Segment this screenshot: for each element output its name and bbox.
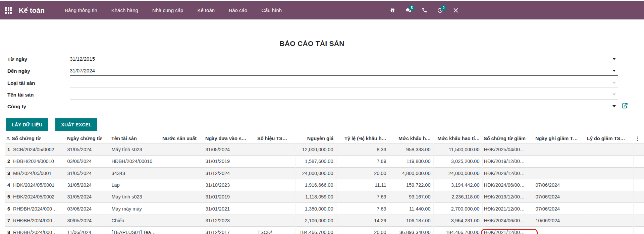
cell-options [633, 179, 644, 191]
cell-start_date: 31/05/2024 [204, 144, 256, 156]
table-row[interactable]: 4HĐK/2024/05/000131/05/2024Lap31/10/2023… [5, 179, 644, 191]
table-row[interactable]: 7RHĐBH/2024/000…30/05/2024Chiếu31/12/202… [5, 215, 644, 226]
doc-number: RHĐBH/2024/000… [13, 206, 57, 212]
cell-reason [586, 179, 633, 191]
nav-item-3[interactable]: Nhà cung cấp [152, 7, 183, 13]
cell-dec_date: 07/06/2024 [534, 179, 586, 191]
nav-item-6[interactable]: Cấu hình [261, 7, 282, 13]
doc-number: RHĐBH/2024/000… [13, 230, 57, 234]
cell-rate: 20.00 [336, 167, 389, 179]
table-row[interactable]: 3MB/2024/05/000131/05/20243434331/12/202… [5, 167, 644, 179]
column-header[interactable]: Tỷ lệ (%) khấu h… [336, 133, 389, 144]
column-header[interactable]: Mức khấu hao tí… [433, 133, 482, 144]
cell-country [161, 167, 204, 179]
cell-doc_date: 30/05/2024 [66, 215, 110, 226]
phone-icon[interactable] [422, 7, 427, 13]
cell-start_date: 31/01/2019 [204, 191, 256, 203]
column-header[interactable]: Lý do giảm TS… [586, 133, 633, 144]
column-header[interactable]: Ngày đưa vào s… [204, 133, 256, 144]
cell-reason [586, 215, 633, 226]
cell-doc: 4HĐK/2024/05/0001 [5, 179, 66, 191]
column-header[interactable]: Ngày ghi giảm T… [534, 133, 586, 144]
cell-dec_doc: HĐK/2024/06/00… [482, 179, 534, 191]
cell-dec_date: 07/06/2024 [534, 203, 586, 215]
cell-asset: Máy tính s023 [110, 191, 161, 203]
cell-options [633, 167, 644, 179]
cell-dep_total: 2,236,118.00 [433, 191, 482, 203]
apps-grid-icon[interactable] [5, 7, 12, 14]
row-number: 8 [7, 230, 10, 234]
doc-number: MB/2024/05/0001 [13, 171, 51, 176]
cell-dec_date [534, 144, 586, 156]
cell-dep_total: 24,000,000.00 [433, 167, 482, 179]
row-number: 6 [7, 206, 10, 212]
nav-item-5[interactable]: Báo cáo [229, 7, 247, 13]
app-name[interactable]: Kế toán [19, 6, 45, 14]
column-header[interactable]: Mức khấu h… [389, 133, 433, 144]
column-options-icon[interactable]: ⋮ [635, 136, 640, 141]
column-header[interactable]: #. Số chứng từ [5, 133, 66, 144]
cell-asset_no [256, 179, 295, 191]
table-row[interactable]: 1SCB/2024/05/000231/05/2024Máy tính s023… [5, 144, 644, 156]
page-title: BÁO CÁO TÀI SẢN [0, 40, 624, 48]
load-data-button[interactable]: LẤY DỮ LIỆU [6, 118, 48, 131]
row-number: 4 [7, 182, 10, 188]
doc-number: SCB/2024/05/0002 [13, 147, 54, 152]
cell-reason [586, 203, 633, 215]
chevron-down-icon [612, 94, 616, 96]
cell-dep_total: 3,025,200.00 [433, 156, 482, 167]
cell-asset: Máy máy máy [110, 203, 161, 215]
table-row[interactable]: 5HĐK/2024/05/000231/05/2024Máy tính s023… [5, 191, 644, 203]
row-number: 1 [7, 147, 10, 152]
row-number: 7 [7, 218, 10, 223]
filter-row: Công ty [0, 102, 644, 112]
cell-dec_date: 07/06/2024 [534, 191, 586, 203]
nav-item-2[interactable]: Khách hàng [111, 7, 138, 13]
filter-field[interactable] [70, 102, 618, 111]
export-excel-button[interactable]: XUẤT EXCEL [55, 118, 97, 131]
cell-cost: 12,000,000.00 [295, 144, 336, 156]
cell-country [161, 191, 204, 203]
table-header-row: #. Số chứng từNgày chứng từTên tài sảnNư… [5, 133, 644, 144]
column-header[interactable]: Nước sản xuất [161, 133, 204, 144]
doc-number: HĐK/2024/05/0002 [13, 194, 54, 199]
filter-value: 31/07/2024 [70, 66, 618, 75]
filter-row: Đến ngày31/07/2024 [0, 66, 644, 76]
bug-icon[interactable] [390, 7, 395, 13]
cell-rate: 11.11 [336, 179, 389, 191]
nav-item-1[interactable]: Bảng thông tin [65, 7, 97, 13]
table-row[interactable]: 8RHĐBH/2024/000…11/06/2024[TEAPLUS01] Te… [5, 227, 644, 234]
activity-badge: 2 [441, 5, 446, 11]
external-link-icon[interactable] [622, 103, 628, 109]
tools-icon[interactable] [453, 7, 459, 13]
activity-clock-icon[interactable]: 2 [437, 7, 443, 13]
column-header[interactable]: Ngày chứng từ [66, 133, 110, 144]
cell-start_date: 31/01/2019 [204, 156, 256, 167]
filter-row: Tên tài sản [0, 90, 644, 100]
nav-item-4[interactable]: Kế toán [197, 7, 215, 13]
cell-asset: Máy tính s023 [110, 144, 161, 156]
column-header[interactable]: Số hiệu TS… [256, 133, 295, 144]
cell-country [161, 227, 204, 234]
column-header[interactable]: Số chứng từ giảm [482, 133, 534, 144]
cell-start_date: 31/01/2021 [204, 203, 256, 215]
filter-field[interactable]: 31/07/2024 [70, 66, 618, 76]
filter-label: Từ ngày [7, 54, 27, 64]
column-header[interactable]: Tên tài sản [110, 133, 161, 144]
cell-asset: [TEAPLUS01] Tea… [110, 227, 161, 234]
cell-options [633, 227, 644, 234]
filter-field[interactable] [70, 78, 618, 88]
messages-badge: 5 [409, 5, 415, 11]
cell-asset: 34343 [110, 167, 161, 179]
filter-field[interactable] [70, 90, 618, 100]
table-row[interactable]: 6RHĐBH/2024/000…03/06/2024Máy máy máy31/… [5, 203, 644, 215]
messages-icon[interactable]: 5 [405, 7, 412, 13]
cell-reason [586, 227, 633, 234]
row-number: 5 [7, 194, 10, 199]
filter-field[interactable]: 31/12/2015 [70, 54, 618, 64]
cell-options [633, 191, 644, 203]
table-row[interactable]: 2HĐBH/2024/0001003/06/2024HĐBH/2024/0001… [5, 156, 644, 167]
column-header[interactable]: Nguyên giá [295, 133, 336, 144]
cell-dec_date: 10/06/2024 [534, 215, 586, 226]
cell-doc: 3MB/2024/05/0001 [5, 167, 66, 179]
